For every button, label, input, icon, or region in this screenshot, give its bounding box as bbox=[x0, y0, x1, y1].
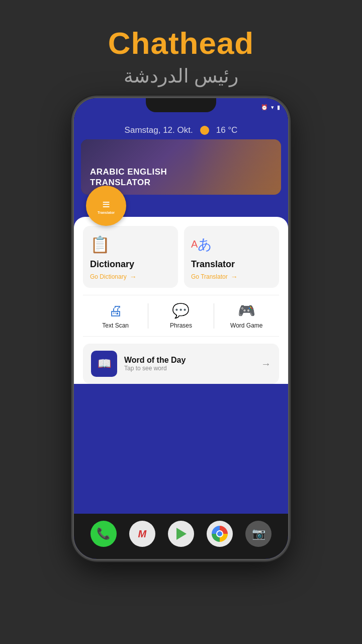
phrases-icon: 💬 bbox=[172, 302, 190, 319]
translator-link-text: Go Translator bbox=[191, 273, 228, 280]
play-triangle-icon bbox=[176, 528, 187, 540]
dictionary-link[interactable]: Go Dictionary → bbox=[90, 273, 171, 281]
translator-feature-icon: Aあ bbox=[191, 235, 272, 254]
translator-arrow-icon: → bbox=[231, 273, 238, 281]
app-header: Chathead رئيس الدردشة bbox=[108, 0, 254, 87]
wod-title: Word of the Day bbox=[124, 356, 254, 365]
phrases-label: Phrases bbox=[170, 322, 192, 329]
text-scan-item[interactable]: 🖨 Text Scan bbox=[83, 302, 148, 329]
translator-logo[interactable]: ≡ Translator bbox=[86, 186, 126, 226]
wod-arrow-icon: → bbox=[261, 358, 271, 370]
bottom-icons-row: 🖨 Text Scan 💬 Phrases 🎮 Word Game bbox=[83, 295, 279, 337]
dictionary-link-text: Go Dictionary bbox=[90, 273, 127, 280]
signal-icon: ▮ bbox=[277, 104, 280, 111]
phrases-item[interactable]: 💬 Phrases bbox=[148, 302, 213, 329]
translator-title: Translator bbox=[191, 259, 272, 270]
logo-label: Translator bbox=[98, 211, 115, 214]
bottom-dock: 📞 M 📷 bbox=[74, 514, 288, 559]
dock-play-icon[interactable] bbox=[168, 521, 194, 547]
feature-cards-row: 📋 Dictionary Go Dictionary → Aあ Translat… bbox=[83, 226, 279, 288]
app-arabic-subtitle: رئيس الدردشة bbox=[108, 65, 254, 87]
text-scan-icon: 🖨 bbox=[109, 302, 123, 319]
phone-screen: ⏰ ▾ ▮ Samstag, 12. Okt. 16 °C ≡ Translat… bbox=[74, 98, 288, 559]
wod-subtitle: Tap to see word bbox=[124, 365, 254, 372]
content-area: 📋 Dictionary Go Dictionary → Aあ Translat… bbox=[74, 217, 288, 384]
phone-notch bbox=[146, 98, 216, 112]
word-game-icon: 🎮 bbox=[238, 302, 255, 319]
app-title: Chathead bbox=[108, 25, 254, 61]
word-game-label: Word Game bbox=[230, 322, 262, 329]
translator-link[interactable]: Go Translator → bbox=[191, 273, 272, 281]
wifi-icon: ▾ bbox=[271, 104, 274, 111]
banner-line1: ARABIC ENGLISH bbox=[90, 167, 167, 177]
text-scan-label: Text Scan bbox=[102, 322, 129, 329]
word-game-item[interactable]: 🎮 Word Game bbox=[214, 302, 279, 329]
dock-camera-icon[interactable]: 📷 bbox=[245, 521, 272, 547]
dock-gmail-icon[interactable]: M bbox=[129, 521, 155, 547]
translator-card[interactable]: Aあ Translator Go Translator → bbox=[184, 226, 279, 288]
dictionary-card[interactable]: 📋 Dictionary Go Dictionary → bbox=[83, 226, 178, 288]
status-icons: ⏰ ▾ ▮ bbox=[261, 104, 280, 111]
dock-phone-icon[interactable]: 📞 bbox=[90, 521, 117, 547]
word-of-day-card[interactable]: 📖 Word of the Day Tap to see word → bbox=[83, 344, 279, 384]
wod-text: Word of the Day Tap to see word bbox=[124, 356, 254, 372]
temperature-text: 16 °C bbox=[216, 125, 238, 135]
wod-icon: 📖 bbox=[91, 351, 117, 377]
dictionary-arrow-icon: → bbox=[130, 273, 137, 281]
chrome-inner-icon bbox=[216, 530, 223, 537]
dictionary-icon: 📋 bbox=[90, 235, 171, 254]
date-weather-row: Samstag, 12. Okt. 16 °C bbox=[74, 125, 288, 135]
date-text: Samstag, 12. Okt. bbox=[125, 125, 193, 135]
dock-chrome-icon[interactable] bbox=[207, 521, 233, 547]
phone-frame: ⏰ ▾ ▮ Samstag, 12. Okt. 16 °C ≡ Translat… bbox=[73, 97, 289, 560]
alarm-icon: ⏰ bbox=[261, 104, 268, 111]
banner-title: ARABIC ENGLISH TRANSLATOR bbox=[90, 167, 167, 188]
weather-sun-icon bbox=[200, 126, 209, 135]
banner-book-image bbox=[191, 139, 281, 195]
dictionary-title: Dictionary bbox=[90, 259, 171, 270]
chrome-circle-icon bbox=[212, 526, 228, 542]
